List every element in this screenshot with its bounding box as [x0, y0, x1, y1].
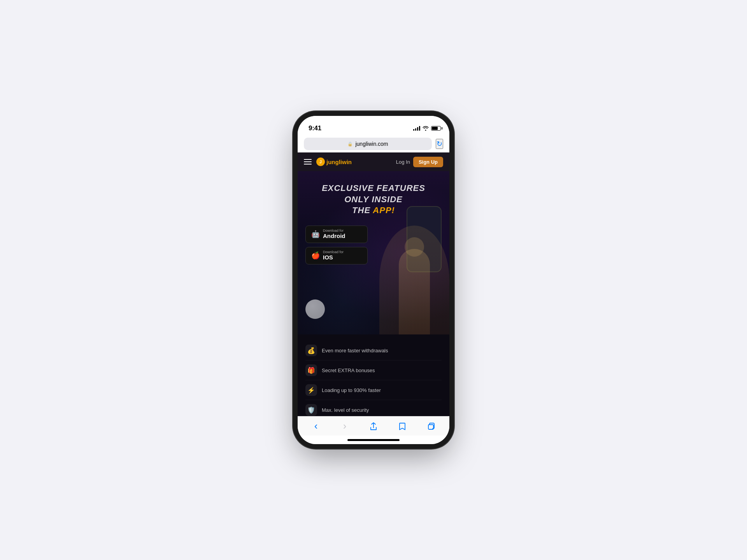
feature-item-bonuses: 🎁 Secret EXTRA bonuses [305, 360, 442, 380]
status-icons [413, 126, 441, 131]
url-text: jungliwin.com [355, 141, 388, 147]
forward-button[interactable]: › [337, 418, 352, 434]
nav-right: Log In Sign Up [396, 157, 443, 167]
share-icon [369, 422, 378, 430]
soccer-ball-decoration [305, 299, 325, 319]
login-button[interactable]: Log In [396, 159, 410, 165]
battery-icon [431, 126, 441, 131]
tabs-icon [427, 422, 435, 430]
wifi-icon [423, 126, 429, 131]
signup-button[interactable]: Sign Up [413, 157, 443, 167]
feature-icon-withdrawals: 💰 [305, 345, 317, 356]
feature-icon-bonuses: 🎁 [305, 364, 317, 376]
tabs-button[interactable] [423, 418, 439, 434]
hero-section: EXCLUSIVE FEATURES ONLY INSIDE THE APP! … [298, 171, 449, 334]
feature-item-security: 🛡️ Max. level of security [305, 400, 442, 416]
apple-icon: 🍎 [311, 251, 320, 260]
logo-text: jungliwin [326, 159, 352, 165]
back-button[interactable]: ‹ [308, 418, 324, 434]
hero-content: EXCLUSIVE FEATURES ONLY INSIDE THE APP! … [298, 171, 449, 272]
feature-icon-loading: ⚡ [305, 384, 317, 396]
signal-bars-icon [413, 126, 420, 131]
hero-title: EXCLUSIVE FEATURES ONLY INSIDE THE APP! [305, 183, 442, 216]
feature-text-bonuses: Secret EXTRA bonuses [322, 368, 375, 373]
feature-text-security: Max. level of security [322, 407, 369, 413]
feature-text-loading: Loading up to 930% faster [322, 387, 381, 393]
bookmarks-icon [398, 422, 407, 430]
url-bar[interactable]: 🔒 jungliwin.com [304, 138, 432, 150]
home-indicator [298, 436, 449, 444]
ios-download-button[interactable]: 🍎 Download for IOS [305, 247, 368, 264]
status-bar: 9:41 [298, 116, 449, 135]
status-time: 9:41 [309, 124, 321, 132]
refresh-button[interactable]: ↻ [436, 139, 443, 149]
logo-icon: J [316, 158, 325, 166]
nav-left: J jungliwin [304, 158, 352, 166]
web-content: J jungliwin Log In Sign Up [298, 152, 449, 416]
download-buttons: 🤖 Download for Android 🍎 Download for IO… [305, 226, 368, 264]
battery-fill [432, 127, 438, 130]
browser-toolbar: ‹ › [298, 416, 449, 436]
feature-icon-security: 🛡️ [305, 404, 317, 416]
hamburger-menu-button[interactable] [304, 159, 312, 164]
logo: J jungliwin [316, 158, 352, 166]
feature-item-loading: ⚡ Loading up to 930% faster [305, 380, 442, 400]
browser-bar: 🔒 jungliwin.com ↻ [298, 135, 449, 152]
feature-text-withdrawals: Even more faster withdrawals [322, 348, 388, 354]
share-button[interactable] [366, 418, 381, 434]
feature-item-withdrawals: 💰 Even more faster withdrawals [305, 341, 442, 360]
android-download-button[interactable]: 🤖 Download for Android [305, 226, 368, 243]
phone-frame: 9:41 🔒 jungliwin.com ↻ [298, 116, 449, 444]
bookmarks-button[interactable] [395, 418, 410, 434]
site-nav: J jungliwin Log In Sign Up [298, 152, 449, 171]
home-bar[interactable] [347, 439, 400, 441]
lock-icon: 🔒 [347, 142, 353, 147]
features-section: 💰 Even more faster withdrawals 🎁 Secret … [298, 334, 449, 416]
android-icon: 🤖 [311, 230, 320, 238]
